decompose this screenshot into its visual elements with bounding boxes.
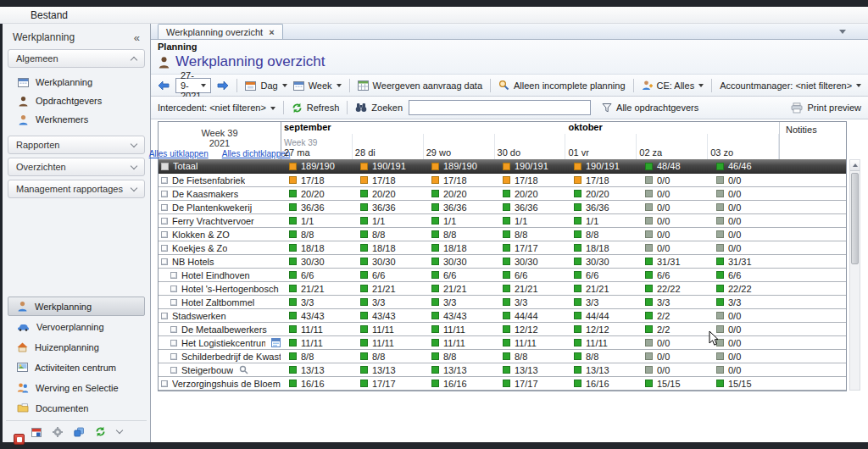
planning-cell[interactable]: 20/20 (565, 189, 637, 199)
ce-filter-button[interactable]: CE: Alles (642, 80, 704, 91)
sidebar-collapse-icon[interactable]: « (134, 31, 140, 44)
planning-cell[interactable]: 6/6 (565, 270, 637, 280)
planning-cell[interactable]: 0/0 (708, 202, 779, 213)
notes-cell[interactable] (779, 241, 846, 254)
next-date-button[interactable] (217, 80, 229, 91)
tab-werkplanning-overzicht[interactable]: Werkplanning overzicht × (158, 24, 283, 39)
expand-icon[interactable] (161, 163, 169, 170)
notes-cell[interactable] (779, 174, 846, 186)
scroll-up-button[interactable] (850, 160, 860, 171)
table-row[interactable]: Hotel Eindhoven6/66/66/66/66/66/66/6 (159, 269, 846, 282)
planning-cell[interactable]: 0/0 (637, 230, 708, 240)
planning-cell[interactable]: 6/6 (637, 270, 708, 280)
planning-cell[interactable]: 21/21 (352, 284, 423, 294)
planning-cell[interactable]: 20/20 (281, 189, 352, 199)
planning-cell[interactable]: 17/17 (494, 379, 565, 389)
notes-cell[interactable] (779, 350, 846, 363)
planning-cell[interactable]: 6/6 (494, 270, 565, 280)
module-activiteiten-centrum[interactable]: Activiteiten centrum (8, 358, 145, 377)
notes-cell[interactable] (779, 309, 846, 322)
expand-icon[interactable] (161, 191, 168, 197)
planning-cell[interactable]: 36/36 (494, 202, 565, 213)
planning-cell[interactable]: 0/0 (637, 202, 708, 213)
sidebar-item-werkplanning[interactable]: Werkplanning (6, 73, 147, 91)
planning-cell[interactable]: 6/6 (423, 270, 494, 280)
planning-cell[interactable]: 21/21 (565, 284, 637, 294)
expand-icon[interactable] (170, 299, 177, 306)
planning-cell[interactable]: 44/44 (565, 311, 637, 321)
planning-cell[interactable]: 22/22 (637, 284, 708, 294)
expand-icon[interactable] (161, 245, 168, 252)
planning-cell[interactable]: 190/191 (352, 161, 423, 171)
planning-cell[interactable]: 3/3 (423, 297, 494, 308)
footer-calendar-icon[interactable] (31, 427, 42, 437)
planning-cell[interactable]: 0/0 (637, 189, 708, 199)
planning-cell[interactable]: 36/36 (281, 202, 352, 213)
planning-cell[interactable]: 18/18 (423, 243, 494, 253)
planning-cell[interactable]: 44/44 (494, 311, 565, 321)
planning-cell[interactable]: 20/20 (494, 189, 565, 199)
dag-button[interactable]: Dag (245, 80, 287, 91)
planning-cell[interactable]: 17/18 (565, 175, 637, 186)
planning-cell[interactable]: 189/190 (423, 161, 494, 171)
planning-cell[interactable]: 0/0 (708, 216, 779, 226)
planning-cell[interactable]: 30/30 (565, 257, 637, 267)
planning-cell[interactable]: 13/13 (494, 365, 565, 375)
table-row[interactable]: De Fietsenfabriek17/1817/1817/1817/1817/… (159, 174, 846, 187)
planning-cell[interactable]: 17/18 (494, 175, 565, 186)
zoeken-button[interactable]: Zoeken (355, 103, 403, 113)
vertical-scrollbar[interactable] (849, 159, 860, 391)
print-preview-button[interactable]: Print preview (791, 103, 861, 114)
tab-overflow-caret-icon[interactable] (839, 30, 846, 34)
table-row[interactable]: Hotel Zaltbommel3/33/33/33/33/33/33/3 (159, 296, 846, 309)
previous-date-button[interactable] (158, 80, 170, 91)
planning-cell[interactable]: 0/0 (708, 243, 779, 253)
planning-cell[interactable]: 17/18 (281, 175, 352, 186)
planning-cell[interactable]: 11/11 (423, 338, 494, 348)
module-huizenplanning[interactable]: Huizenplanning (8, 337, 145, 357)
planning-cell[interactable]: 8/8 (352, 230, 423, 240)
planning-cell[interactable]: 0/0 (708, 365, 779, 375)
module-documenten[interactable]: Documenten (8, 398, 145, 418)
notes-cell[interactable] (779, 323, 846, 335)
sidebar-item-opdrachtgevers[interactable]: Opdrachtgevers (6, 91, 147, 110)
planning-cell[interactable]: 11/11 (281, 324, 352, 335)
planning-cell[interactable]: 3/3 (494, 297, 565, 308)
planning-cell[interactable]: 16/16 (565, 379, 637, 389)
notes-cell[interactable] (779, 159, 846, 173)
notes-cell[interactable] (779, 228, 846, 241)
menu-bestand[interactable]: Bestand (25, 9, 73, 21)
table-row[interactable]: Klokken & ZO8/88/88/88/88/80/00/0 (159, 228, 846, 241)
planning-cell[interactable]: 13/13 (352, 365, 423, 375)
planning-cell[interactable]: 189/190 (281, 161, 352, 171)
notes-cell[interactable] (779, 296, 846, 308)
footer-gear-icon[interactable] (53, 427, 63, 437)
planning-cell[interactable]: 18/18 (352, 243, 423, 253)
intercedent-filter-button[interactable]: Intercedent: <niet filteren> (158, 103, 275, 113)
table-row[interactable]: De Metaalbewerkers11/1111/1111/1112/1212… (159, 323, 846, 336)
planning-cell[interactable]: 43/43 (352, 311, 423, 321)
module-vervoerplanning[interactable]: Vervoerplanning (8, 317, 145, 336)
accountmanager-filter-button[interactable]: Accountmanager: <niet filteren> (720, 80, 861, 91)
table-row[interactable]: Ferry Vrachtvervoer1/11/11/11/11/10/00/0 (159, 214, 846, 228)
planning-cell[interactable]: 8/8 (494, 230, 565, 240)
planning-cell[interactable]: 3/3 (352, 297, 423, 308)
expand-icon[interactable] (161, 204, 168, 211)
table-row[interactable]: Steigerbouw13/1313/1313/1313/1313/130/00… (159, 363, 846, 377)
planning-cell[interactable]: 36/36 (423, 202, 494, 213)
planning-cell[interactable]: 17/18 (352, 175, 423, 186)
planning-cell[interactable]: 17/18 (423, 175, 494, 186)
planning-cell[interactable]: 30/30 (352, 257, 423, 267)
date-picker[interactable]: 27-9-2021 (175, 78, 211, 93)
table-row[interactable]: Koekjes & Zo18/1818/1818/1817/1718/180/0… (159, 241, 846, 255)
planning-cell[interactable]: 3/3 (708, 297, 779, 308)
expand-icon[interactable] (161, 177, 168, 184)
sidebar-section-rapporten[interactable]: Rapporten (8, 136, 145, 154)
planning-cell[interactable]: 8/8 (281, 230, 352, 240)
expand-icon[interactable] (161, 258, 168, 265)
planning-cell[interactable]: 8/8 (423, 352, 494, 362)
expand-icon[interactable] (161, 218, 168, 224)
table-row[interactable]: De Plantenkwekerij36/3636/3636/3636/3636… (159, 201, 846, 214)
notes-cell[interactable] (779, 377, 846, 390)
alleen-incomplete-planning-button[interactable]: Alleen incomplete planning (498, 80, 625, 91)
